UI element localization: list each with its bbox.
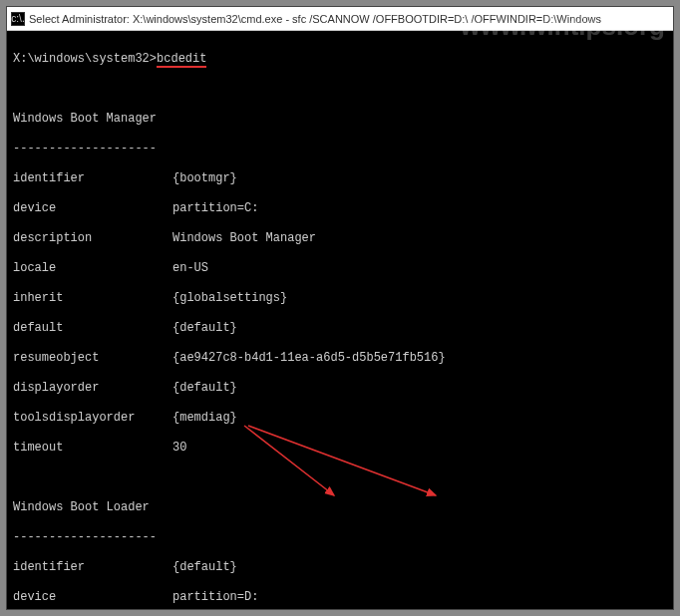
kv: identifier{default}: [13, 560, 667, 575]
prompt-path: X:\windows\system32>: [13, 52, 157, 66]
cmd-icon: c:\.: [11, 12, 25, 26]
terminal-output[interactable]: X:\windows\system32>bcdedit Windows Boot…: [7, 31, 673, 616]
kv: displayorder{default}: [13, 381, 667, 396]
kv: devicepartition=D:: [13, 590, 667, 605]
prompt-line-1: X:\windows\system32>bcdedit: [13, 52, 667, 67]
kv: resumeobject{ae9427c8-b4d1-11ea-a6d5-d5b…: [13, 351, 667, 366]
kv: inherit{globalsettings}: [13, 291, 667, 306]
dashes: --------------------: [13, 142, 667, 156]
kv: devicepartition=C:: [13, 201, 667, 216]
kv: timeout30: [13, 441, 667, 456]
kv: identifier{bootmgr}: [13, 171, 667, 186]
window-titlebar[interactable]: c:\. Select Administrator: X:\windows\sy…: [7, 7, 673, 31]
cmd-window: c:\. Select Administrator: X:\windows\sy…: [6, 6, 674, 610]
wbm-header: Windows Boot Manager: [13, 112, 667, 127]
kv: descriptionWindows Boot Manager: [13, 231, 667, 246]
kv: toolsdisplayorder{memdiag}: [13, 411, 667, 426]
window-title: Select Administrator: X:\windows\system3…: [29, 13, 601, 25]
dashes: --------------------: [13, 530, 667, 545]
kv: localeen-US: [13, 261, 667, 276]
blank: [13, 82, 667, 97]
cmd-bcdedit: bcdedit: [157, 52, 206, 68]
kv: default{default}: [13, 321, 667, 336]
blank: [13, 470, 667, 485]
wbl-header: Windows Boot Loader: [13, 500, 667, 515]
